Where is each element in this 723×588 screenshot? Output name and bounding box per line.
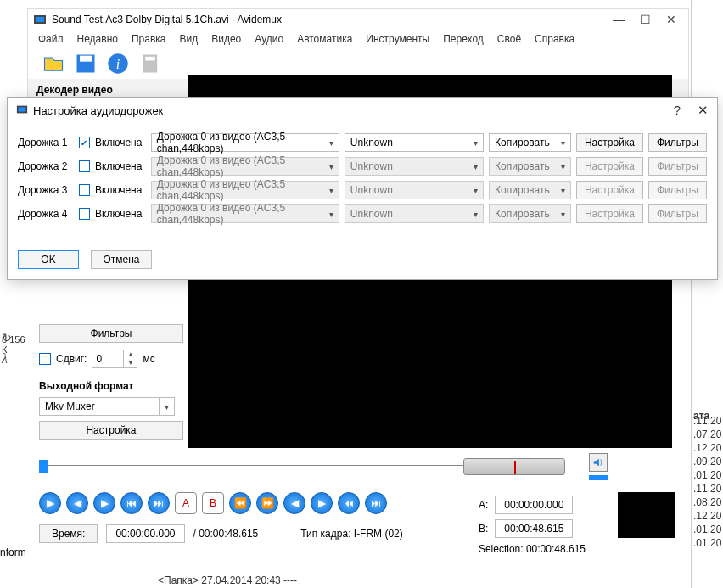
track-codec-select[interactable]: Копировать▾ bbox=[489, 181, 571, 199]
track-filters-button[interactable]: Фильтры bbox=[648, 133, 707, 152]
dialog-close-button[interactable]: ✕ bbox=[698, 103, 709, 118]
menu-custom[interactable]: Своё bbox=[497, 33, 521, 45]
menu-recent[interactable]: Недавно bbox=[77, 33, 118, 45]
track-label: Дорожка 4 bbox=[18, 208, 74, 220]
info-icon[interactable]: i bbox=[106, 52, 130, 76]
menu-auto[interactable]: Автоматика bbox=[297, 33, 352, 45]
set-b-button[interactable]: B bbox=[202, 492, 224, 514]
last-frame-button[interactable]: ⏭ bbox=[365, 492, 387, 514]
prev-keyframe-button[interactable]: ⏮ bbox=[120, 492, 143, 514]
jog-wheel[interactable] bbox=[463, 458, 565, 475]
track-row-2: Дорожка 2 Включена Дорожка 0 из видео (A… bbox=[18, 157, 707, 176]
track-codec-select[interactable]: Копировать▾ bbox=[489, 157, 571, 176]
next-black-button[interactable]: ▶ bbox=[311, 492, 333, 514]
refresh-icon[interactable]: ↻ bbox=[2, 331, 12, 344]
svg-rect-3 bbox=[80, 56, 92, 62]
muxer-value: Mkv Muxer bbox=[45, 400, 95, 412]
minimize-button[interactable]: — bbox=[613, 13, 625, 26]
calc-icon[interactable] bbox=[138, 52, 162, 76]
shift-value: 0 bbox=[96, 353, 102, 365]
track-source-select[interactable]: Дорожка 0 из видео (AC3,5 chan,448kbps)▾ bbox=[151, 133, 339, 152]
menu-tools[interactable]: Инструменты bbox=[366, 33, 429, 45]
side-panel: Фильтры Сдвиг: 0 ▲▼ мс Выходной формат M… bbox=[39, 324, 183, 440]
lambda-icon: λ bbox=[2, 351, 8, 367]
speaker-icon[interactable] bbox=[589, 453, 608, 472]
time-button[interactable]: Время: bbox=[39, 524, 98, 543]
save-icon[interactable] bbox=[74, 52, 98, 76]
track-language-select[interactable]: Unknown▾ bbox=[345, 181, 484, 199]
goto-a-button[interactable]: ⏪ bbox=[229, 492, 251, 514]
filters-button[interactable]: Фильтры bbox=[39, 324, 183, 343]
shift-input[interactable]: 0 ▲▼ bbox=[92, 350, 137, 368]
time-value[interactable]: 00:00:00.000 bbox=[106, 524, 184, 543]
track-label: Дорожка 1 bbox=[18, 137, 74, 148]
menu-audio[interactable]: Аудио bbox=[255, 33, 283, 45]
maximize-button[interactable]: ☐ bbox=[640, 13, 651, 26]
prev-frame-button[interactable]: ◀ bbox=[66, 492, 88, 514]
play-button[interactable]: ▶ bbox=[39, 492, 61, 514]
titlebar: Sound Test.Ac3 Dolby Digital 5.1Ch.avi -… bbox=[28, 9, 688, 30]
a-value[interactable]: 00:00:00.000 bbox=[495, 496, 573, 514]
chevron-down-icon: ▾ bbox=[329, 138, 333, 148]
track-language-select[interactable]: Unknown▾ bbox=[345, 157, 484, 176]
set-a-button[interactable]: A bbox=[175, 492, 197, 514]
cancel-button[interactable]: Отмена bbox=[91, 250, 152, 269]
track-language-select[interactable]: Unknown▾ bbox=[345, 133, 484, 152]
track-codec-select[interactable]: Копировать▾ bbox=[489, 133, 571, 152]
next-keyframe-button[interactable]: ⏭ bbox=[148, 492, 170, 514]
chevron-down-icon: ▾ bbox=[474, 210, 478, 219]
open-icon[interactable] bbox=[42, 52, 65, 76]
volume-slider[interactable] bbox=[589, 475, 608, 480]
svg-rect-1 bbox=[36, 17, 44, 22]
b-label: B: bbox=[479, 523, 488, 535]
spin-up-icon[interactable]: ▲ bbox=[124, 350, 137, 359]
enabled-label: Включена bbox=[95, 208, 146, 220]
first-frame-button[interactable]: ⏮ bbox=[338, 492, 360, 514]
window-title: Sound Test.Ac3 Dolby Digital 5.1Ch.avi -… bbox=[52, 14, 613, 25]
timeline[interactable] bbox=[39, 458, 684, 473]
window-controls: — ☐ ✕ bbox=[613, 13, 683, 26]
dialog-title: Настройка аудиодорожек bbox=[33, 104, 674, 117]
date-item: .09.20 bbox=[692, 455, 723, 468]
b-value[interactable]: 00:00:48.615 bbox=[495, 519, 573, 538]
shift-checkbox[interactable] bbox=[39, 353, 51, 365]
output-format-label: Выходной формат bbox=[39, 380, 183, 392]
date-item: .12.20 bbox=[692, 509, 723, 523]
track-codec-select[interactable]: Копировать▾ bbox=[489, 204, 571, 223]
track-source-select[interactable]: Дорожка 0 из видео (AC3,5 chan,448kbps)▾ bbox=[151, 157, 339, 176]
timeline-zone: ▶ ◀ ▶ ⏮ ⏭ A B ⏪ ⏩ ◀ ▶ ⏮ ⏭ Время: 00:00:0… bbox=[39, 458, 684, 543]
chevron-down-icon: ▾ bbox=[561, 138, 565, 148]
menu-file[interactable]: Файл bbox=[38, 33, 64, 45]
chevron-down-icon: ▾ bbox=[474, 162, 478, 171]
track-source-select[interactable]: Дорожка 0 из видео (AC3,5 chan,448kbps)▾ bbox=[151, 181, 339, 199]
thumbnail-preview bbox=[618, 492, 675, 538]
transport-controls: ▶ ◀ ▶ ⏮ ⏭ A B ⏪ ⏩ ◀ ▶ ⏮ ⏭ bbox=[39, 492, 684, 514]
dialog-titlebar: Настройка аудиодорожек ? ✕ bbox=[8, 98, 717, 123]
track-enabled-checkbox[interactable] bbox=[79, 184, 91, 196]
track-filters-button: Фильтры bbox=[648, 181, 707, 199]
track-enabled-checkbox[interactable] bbox=[79, 160, 91, 172]
track-source-select[interactable]: Дорожка 0 из видео (AC3,5 chan,448kbps)▾ bbox=[151, 204, 339, 223]
menu-video[interactable]: Видео bbox=[211, 33, 241, 45]
configure-button[interactable]: Настройка bbox=[39, 421, 183, 440]
menu-go[interactable]: Переход bbox=[443, 33, 484, 45]
track-enabled-checkbox[interactable] bbox=[79, 208, 91, 220]
lower-panel: Фильтры Сдвиг: 0 ▲▼ мс Выходной формат M… bbox=[39, 324, 684, 440]
track-filters-button: Фильтры bbox=[648, 204, 707, 223]
prev-black-button[interactable]: ◀ bbox=[283, 492, 305, 514]
menu-help[interactable]: Справка bbox=[535, 33, 574, 45]
ok-button[interactable]: OK bbox=[18, 250, 79, 269]
track-configure-button[interactable]: Настройка bbox=[576, 133, 643, 152]
next-frame-button[interactable]: ▶ bbox=[93, 492, 115, 514]
timeline-cursor[interactable] bbox=[39, 460, 48, 473]
spin-down-icon[interactable]: ▼ bbox=[124, 359, 137, 367]
track-language-select[interactable]: Unknown▾ bbox=[345, 204, 484, 223]
goto-b-button[interactable]: ⏩ bbox=[256, 492, 278, 514]
track-enabled-checkbox[interactable] bbox=[79, 137, 91, 148]
menu-edit[interactable]: Правка bbox=[132, 33, 166, 45]
dialog-help-button[interactable]: ? bbox=[674, 103, 681, 118]
chevron-down-icon: ▾ bbox=[561, 162, 565, 171]
menu-view[interactable]: Вид bbox=[180, 33, 199, 45]
muxer-select[interactable]: Mkv Muxer ▾ bbox=[39, 397, 175, 416]
close-button[interactable]: ✕ bbox=[666, 13, 676, 26]
